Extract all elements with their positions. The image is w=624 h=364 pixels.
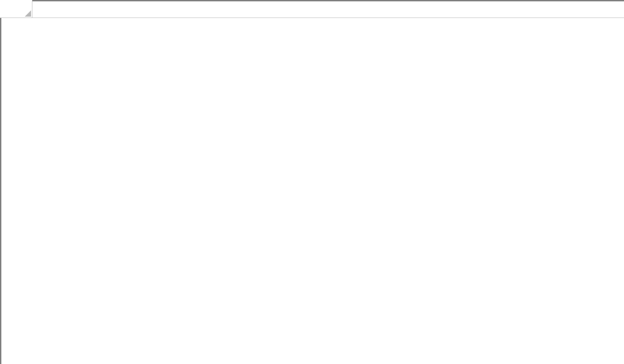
cell-grid[interactable] (32, 18, 624, 364)
select-all-triangle-icon (25, 10, 31, 17)
select-all-corner[interactable] (0, 0, 32, 18)
column-headers (32, 0, 624, 18)
row-headers (0, 18, 32, 364)
spreadsheet (0, 0, 624, 364)
